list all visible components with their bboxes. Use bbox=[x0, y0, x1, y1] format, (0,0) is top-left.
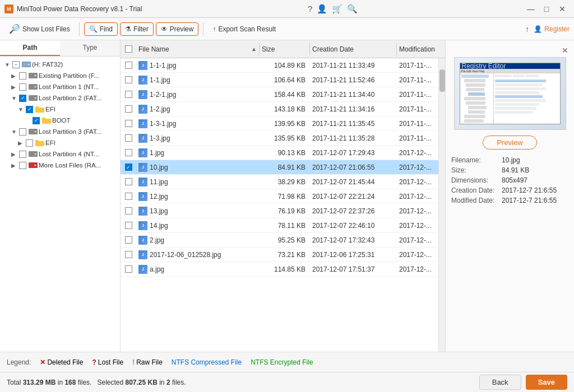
col-mod-header[interactable]: Modification bbox=[397, 43, 445, 55]
file-row[interactable]: J13.jpg76.19 KB2017-12-07 22:37:262017-1… bbox=[121, 204, 438, 218]
tab-path[interactable]: Path bbox=[0, 40, 60, 56]
file-row[interactable]: J1-1-1.jpg104.89 KB2017-11-21 11:33:4920… bbox=[121, 58, 438, 73]
checkbox-lost3[interactable] bbox=[19, 128, 26, 136]
file-row[interactable]: Ja.jpg114.85 KB2017-12-07 17:51:372017-1… bbox=[121, 262, 438, 277]
row-checkbox[interactable] bbox=[125, 120, 132, 127]
tab-type[interactable]: Type bbox=[60, 40, 120, 56]
col-date-header[interactable]: Creation Date bbox=[310, 43, 397, 55]
minimize-button[interactable]: — bbox=[524, 2, 538, 16]
preview-right-list bbox=[494, 73, 560, 124]
checkbox-boot[interactable]: ✓ bbox=[33, 117, 40, 124]
row-checkbox[interactable] bbox=[125, 265, 132, 273]
tree-item-root[interactable]: ▼ – (H: FAT32) bbox=[0, 59, 120, 70]
expander-morelost[interactable]: ▶ bbox=[11, 162, 18, 169]
checkbox-efi2[interactable] bbox=[26, 139, 33, 147]
file-row[interactable]: J2.jpg95.25 KB2017-12-07 17:32:432017-12… bbox=[121, 233, 438, 248]
col-size-header[interactable]: Size bbox=[260, 43, 310, 55]
expander-lost1[interactable]: ▶ bbox=[11, 84, 18, 90]
row-name-cell: J1.jpg bbox=[136, 147, 260, 158]
tree-item-efi[interactable]: ▼ ✓ EFI bbox=[0, 104, 120, 115]
file-row[interactable]: J14.jpg78.11 KB2017-12-07 22:46:102017-1… bbox=[121, 218, 438, 233]
size-value: 84.91 KB bbox=[502, 166, 529, 174]
row-checkbox[interactable] bbox=[125, 134, 132, 142]
row-checkbox[interactable]: ✓ bbox=[125, 164, 132, 171]
close-button[interactable]: ✕ bbox=[555, 2, 570, 16]
row-checkbox[interactable] bbox=[125, 149, 132, 156]
expander-lost3[interactable]: ▼ bbox=[11, 129, 18, 135]
checkbox-morelost[interactable] bbox=[19, 162, 26, 169]
svg-point-6 bbox=[35, 86, 36, 88]
file-row[interactable]: J1-2-1.jpg158.44 KB2017-11-21 11:34:4020… bbox=[121, 87, 438, 102]
tree-item-lost3[interactable]: ▼ Lost Partition 3 (FAT... bbox=[0, 126, 120, 137]
tree-item-lost1[interactable]: ▶ Lost Partition 1 (NT... bbox=[0, 81, 120, 92]
row-checkbox[interactable] bbox=[125, 91, 132, 98]
checkbox-lost2[interactable]: ✓ bbox=[19, 95, 26, 102]
close-preview-button[interactable]: ✕ bbox=[562, 46, 568, 55]
row-checkbox[interactable] bbox=[125, 105, 132, 113]
file-row[interactable]: J1-2.jpg143.18 KB2017-11-21 11:34:162017… bbox=[121, 102, 438, 116]
preview-action-button[interactable]: Preview bbox=[483, 136, 536, 150]
file-row[interactable]: ✓J10.jpg84.91 KB2017-12-07 21:06:552017-… bbox=[121, 160, 438, 175]
expander-efi[interactable]: ▼ bbox=[18, 106, 25, 113]
filter-icon: ⚗ bbox=[125, 25, 131, 33]
tree-item-morelost[interactable]: ▶ More Lost Files (RA... bbox=[0, 160, 120, 171]
maximize-button[interactable]: □ bbox=[539, 2, 554, 16]
back-button[interactable]: Back bbox=[479, 375, 521, 390]
file-row[interactable]: J11.jpg38.29 KB2017-12-07 21:45:442017-1… bbox=[121, 175, 438, 189]
checkbox-root[interactable]: – bbox=[12, 61, 20, 68]
share-icon[interactable]: ↑ bbox=[525, 25, 529, 34]
folder-icon-boot bbox=[42, 116, 51, 125]
filter-button[interactable]: ⚗ Filter bbox=[120, 22, 154, 36]
col-name-header[interactable]: File Name ▲ bbox=[136, 43, 260, 55]
checkbox-efi[interactable]: ✓ bbox=[26, 106, 33, 113]
expander-efi2[interactable]: ▶ bbox=[18, 140, 25, 146]
row-checkbox[interactable] bbox=[125, 251, 132, 258]
row-size-cell: 106.64 KB bbox=[260, 75, 310, 85]
row-checkbox[interactable] bbox=[125, 207, 132, 214]
tree-item-efi2[interactable]: ▶ EFI bbox=[0, 137, 120, 148]
row-checkbox[interactable] bbox=[125, 178, 132, 185]
checkbox-lost1[interactable] bbox=[19, 83, 26, 91]
file-row[interactable]: J1-3-1.jpg139.95 KB2017-11-21 11:35:4520… bbox=[121, 116, 438, 131]
expander-root[interactable]: ▼ bbox=[4, 62, 11, 68]
account-icon[interactable]: 👤 bbox=[317, 4, 327, 14]
scrollbar-thumb[interactable] bbox=[439, 69, 445, 92]
file-type-icon: J bbox=[138, 250, 147, 259]
tree-item-existing[interactable]: ▶ Existing Partition (F... bbox=[0, 70, 120, 81]
row-checkbox[interactable] bbox=[125, 62, 132, 69]
file-row[interactable]: J1-1.jpg106.64 KB2017-11-21 11:52:462017… bbox=[121, 73, 438, 87]
file-name-text: 1-3.jpg bbox=[150, 134, 170, 142]
file-type-icon: J bbox=[138, 105, 147, 114]
tree-item-lost2[interactable]: ▼ ✓ Lost Partition 2 (FAT... bbox=[0, 92, 120, 104]
tree-item-lost4[interactable]: ▶ Lost Partition 4 (NT... bbox=[0, 148, 120, 160]
expander-lost4[interactable]: ▶ bbox=[11, 151, 18, 157]
select-all-checkbox[interactable] bbox=[125, 45, 132, 53]
file-row[interactable]: J12.jpg71.98 KB2017-12-07 22:21:242017-1… bbox=[121, 189, 438, 204]
cart-icon[interactable]: 🛒 bbox=[332, 4, 342, 14]
row-checkbox[interactable] bbox=[125, 76, 132, 83]
search-icon[interactable]: 🔍 bbox=[347, 4, 358, 14]
show-lost-files-button[interactable]: 🔎 Show Lost Files bbox=[4, 21, 75, 36]
row-name-cell: J1-2-1.jpg bbox=[136, 89, 260, 100]
file-row[interactable]: J1.jpg90.13 KB2017-12-07 17:29:432017-12… bbox=[121, 146, 438, 160]
expander-existing[interactable]: ▶ bbox=[11, 73, 18, 79]
vertical-scrollbar[interactable] bbox=[438, 58, 445, 352]
filename-header-label: File Name bbox=[138, 45, 169, 53]
checkbox-existing[interactable] bbox=[19, 72, 26, 80]
row-checkbox[interactable] bbox=[125, 193, 132, 200]
row-checkbox[interactable] bbox=[125, 236, 132, 244]
checkbox-lost4[interactable] bbox=[19, 151, 26, 158]
file-row[interactable]: J2017-12-06_012528.jpg73.21 KB2017-12-06… bbox=[121, 248, 438, 262]
file-list[interactable]: J1-1-1.jpg104.89 KB2017-11-21 11:33:4920… bbox=[121, 58, 438, 352]
find-button[interactable]: 🔍 Find bbox=[84, 22, 118, 36]
preview-toolbar-button[interactable]: 👁 Preview bbox=[156, 22, 199, 36]
tree-item-boot[interactable]: ▶ ✓ BOOT bbox=[0, 115, 120, 126]
export-button[interactable]: ↑ Export Scan Result bbox=[208, 23, 280, 35]
file-row[interactable]: J1-3.jpg135.95 KB2017-11-21 11:35:282017… bbox=[121, 131, 438, 146]
expander-lost2[interactable]: ▼ bbox=[11, 95, 18, 101]
register-button[interactable]: 👤 Register bbox=[534, 25, 570, 33]
row-date-cell: 2017-11-21 11:34:16 bbox=[310, 104, 397, 114]
help-icon[interactable]: ? bbox=[308, 4, 312, 13]
save-button[interactable]: Save bbox=[526, 375, 567, 390]
row-checkbox[interactable] bbox=[125, 222, 132, 229]
